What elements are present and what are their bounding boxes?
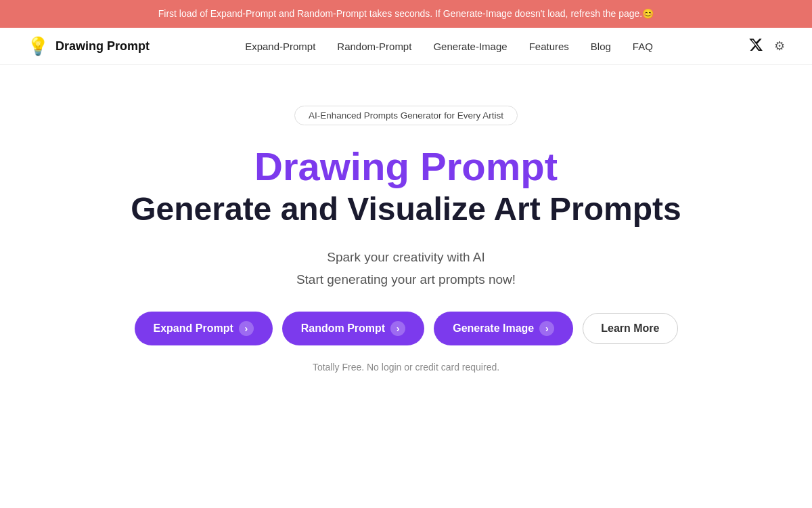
announcement-banner: First load of Expand-Prompt and Random-P…	[0, 0, 812, 28]
nav-generate-image[interactable]: Generate-Image	[433, 41, 507, 52]
nav-expand-prompt[interactable]: Expand-Prompt	[245, 41, 315, 52]
free-note: Totally Free. No login or credit card re…	[313, 362, 499, 373]
hero-subtitle-2: Start generating your art prompts now!	[296, 272, 516, 287]
generate-image-button[interactable]: Generate Image ›	[434, 312, 573, 345]
twitter-icon[interactable]	[748, 37, 763, 55]
nav-random-prompt[interactable]: Random-Prompt	[337, 41, 411, 52]
hero-badge: AI-Enhanced Prompts Generator for Every …	[294, 106, 518, 125]
banner-text: First load of Expand-Prompt and Random-P…	[158, 8, 654, 19]
theme-toggle-icon[interactable]: ⚙	[774, 39, 785, 54]
expand-prompt-button[interactable]: Expand Prompt ›	[135, 312, 273, 345]
random-prompt-button[interactable]: Random Prompt ›	[282, 312, 424, 345]
learn-more-button[interactable]: Learn More	[583, 313, 677, 344]
nav-features[interactable]: Features	[529, 41, 569, 52]
nav-faq[interactable]: FAQ	[633, 41, 653, 52]
generate-arrow-icon: ›	[539, 321, 554, 336]
cta-buttons: Expand Prompt › Random Prompt › Generate…	[135, 312, 678, 345]
header: 💡 Drawing Prompt Expand-Prompt Random-Pr…	[0, 28, 812, 65]
logo-text: Drawing Prompt	[55, 39, 150, 54]
hero-title-purple: Drawing Prompt	[254, 144, 558, 190]
logo[interactable]: 💡 Drawing Prompt	[27, 37, 150, 55]
hero-subtitle-1: Spark your creativity with AI	[327, 247, 484, 268]
header-actions: ⚙	[748, 37, 785, 55]
logo-icon: 💡	[27, 37, 49, 55]
hero-section: AI-Enhanced Prompts Generator for Every …	[0, 65, 812, 400]
hero-title-dark: Generate and Visualize Art Prompts	[131, 190, 681, 229]
random-arrow-icon: ›	[390, 321, 405, 336]
nav-blog[interactable]: Blog	[591, 41, 611, 52]
expand-arrow-icon: ›	[239, 321, 254, 336]
main-nav: Expand-Prompt Random-Prompt Generate-Ima…	[245, 41, 653, 52]
